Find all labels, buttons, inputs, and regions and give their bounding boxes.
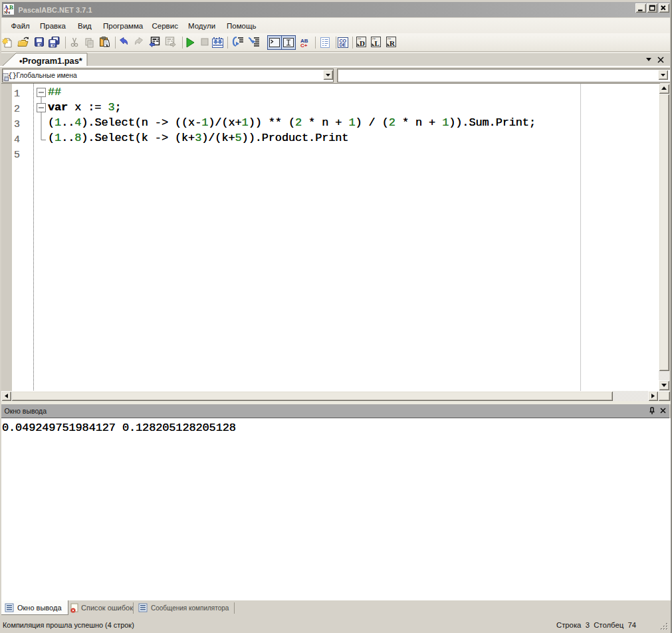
svg-text:R: R [390,39,395,47]
svg-text:D: D [360,39,365,47]
svg-text:C+: C+ [300,43,308,49]
svg-text:DE: DE [340,43,346,47]
svg-text:L: L [375,39,380,47]
svg-text:N t: N t [4,10,11,15]
